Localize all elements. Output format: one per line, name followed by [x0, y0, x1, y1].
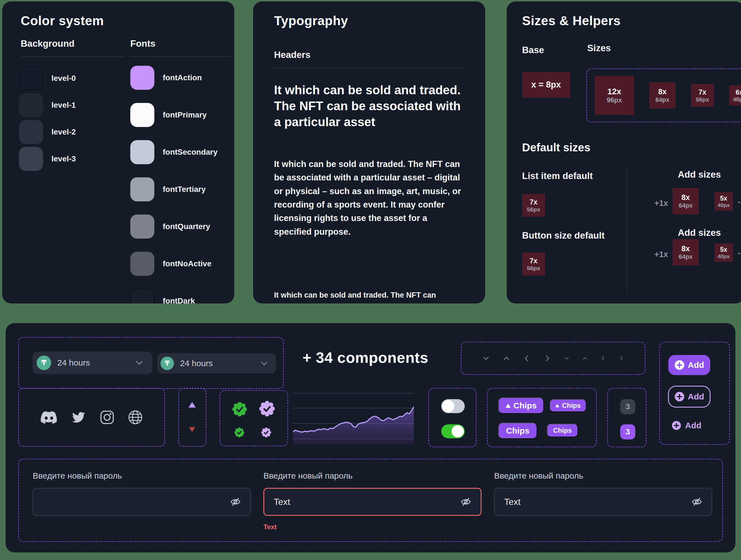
default-sizes-divider [626, 169, 627, 292]
triangle-up-icon [555, 404, 559, 407]
password-error-text: Text [263, 523, 277, 531]
add-button-label: Add [685, 421, 701, 430]
base-box: x = 8px [522, 72, 570, 98]
chevron-down-icon[interactable] [482, 354, 490, 363]
globe-icon[interactable] [128, 410, 143, 425]
swatch-row: level-1 [19, 93, 76, 117]
instagram-icon[interactable] [100, 410, 114, 425]
size-px: 64px [656, 96, 669, 104]
add-sizes-title: Add sizes [678, 228, 721, 238]
sizes-scale-container: 12x 96px 8x 64px 7x 56px 6x 48px [586, 68, 741, 122]
chip-large[interactable]: Chips [498, 423, 537, 439]
plus-circle-icon [674, 392, 684, 402]
swatch-label: level-3 [52, 154, 76, 163]
swatch-label: fontSecondary [163, 148, 217, 157]
size-px: 64px [679, 253, 693, 260]
twitter-icon[interactable] [71, 411, 86, 424]
size-mult: 6x [736, 88, 741, 96]
size-px: 56px [696, 96, 709, 103]
swatch-row: fontDark [130, 289, 195, 304]
color-system-panel: Color system Background Fonts level-0 le… [2, 1, 234, 304]
discord-icon[interactable] [40, 411, 58, 424]
toggles-group [428, 388, 476, 447]
typography-title: Typography [274, 13, 348, 28]
password-input-error[interactable]: Text [263, 488, 481, 516]
color-system-title: Color system [21, 13, 104, 28]
chevron-right-icon[interactable] [543, 354, 551, 363]
social-icons-group [18, 388, 165, 447]
add-size-box-5x: 5x 40px [715, 192, 733, 211]
swatch-label: level-0 [52, 74, 76, 83]
swatch-label: fontTertiary [163, 185, 206, 194]
chip-label: Chips [562, 402, 581, 410]
chevron-up-icon[interactable] [502, 354, 511, 363]
chevron-left-icon[interactable] [600, 355, 606, 361]
chevron-down-icon[interactable] [564, 355, 570, 361]
password-fields-group: Введите новый пароль Введите новый парол… [18, 459, 723, 542]
plus-circle-icon [674, 360, 684, 370]
tether-icon [37, 356, 51, 370]
swatch-label: level-2 [52, 128, 76, 136]
chevron-up-icon[interactable] [582, 355, 588, 361]
chip-up-small[interactable]: Chips [550, 399, 586, 412]
swatch-label: fontDark [163, 297, 195, 304]
add-button-text[interactable]: Add [672, 421, 701, 430]
verified-badge-purple-small-icon [261, 427, 272, 438]
triangle-up-icon[interactable] [189, 402, 196, 408]
background-section-title: Background [21, 38, 75, 49]
triangle-down-icon[interactable] [189, 427, 195, 432]
verified-badges-group [219, 390, 288, 446]
selects-group: 24 hours 24 hours [18, 337, 284, 389]
typography-body-sample: It which can be sold and traded. The NFT… [274, 158, 467, 239]
eye-off-icon[interactable] [230, 497, 241, 507]
color-swatch [130, 252, 154, 276]
chevron-down-icon [136, 361, 143, 365]
chip-label: Chips [506, 426, 529, 436]
color-swatch [130, 66, 154, 90]
chip-small[interactable]: Chips [547, 424, 578, 437]
chips-group: Chips Chips Chips Chips [487, 388, 597, 447]
count-badges-group: 3 3 [607, 388, 647, 447]
chevron-left-icon[interactable] [523, 354, 531, 363]
minus-1x-label: -1x [738, 197, 741, 206]
swatch-row: level-2 [19, 120, 76, 144]
add-button-solid[interactable]: Add [668, 355, 710, 375]
size-mult: 12x [607, 87, 621, 96]
size-mult: 8x [658, 87, 667, 96]
password-input[interactable] [33, 488, 251, 516]
fonts-section-title: Fonts [130, 38, 155, 49]
chip-up-large[interactable]: Chips [498, 397, 544, 414]
color-swatch [130, 103, 154, 127]
swatch-label: fontNoActive [163, 259, 211, 268]
add-buttons-group: Add Add Add [659, 342, 730, 445]
period-select[interactable]: 24 hours [157, 353, 276, 373]
toggle-off[interactable] [441, 399, 465, 413]
add-button-outline[interactable]: Add [668, 386, 711, 408]
default-sizes-title: Default sizes [522, 141, 591, 154]
chevron-down-icon [261, 361, 268, 366]
period-select[interactable]: 24 hours [33, 352, 152, 374]
toggle-on[interactable] [441, 424, 465, 438]
toggle-knob [442, 400, 454, 412]
eye-off-icon[interactable] [691, 497, 702, 507]
headers-subtitle: Headers [274, 50, 311, 60]
components-count-heading: + 34 components [302, 349, 428, 366]
swatch-row: fontAction [130, 66, 202, 90]
swatch-row: fontPrimary [130, 103, 207, 127]
password-input[interactable]: Text [494, 488, 712, 516]
chip-label: Chips [514, 401, 537, 410]
size-mult: 7x [530, 257, 537, 265]
color-swatch [19, 93, 43, 117]
chip-label: Chips [553, 427, 572, 434]
chevron-right-icon[interactable] [618, 355, 624, 361]
background-divider [21, 56, 125, 57]
fonts-divider [130, 56, 232, 57]
eye-off-icon[interactable] [461, 497, 471, 507]
size-mult: 5x [720, 195, 727, 202]
swatch-row: fontTertiary [130, 177, 206, 201]
verified-badge-green-large-icon [232, 401, 248, 417]
size-px: 96px [607, 96, 622, 104]
swatch-label: fontQuartery [163, 222, 210, 231]
plus-circle-icon [672, 421, 681, 430]
swatch-row: fontSecondary [130, 140, 217, 164]
